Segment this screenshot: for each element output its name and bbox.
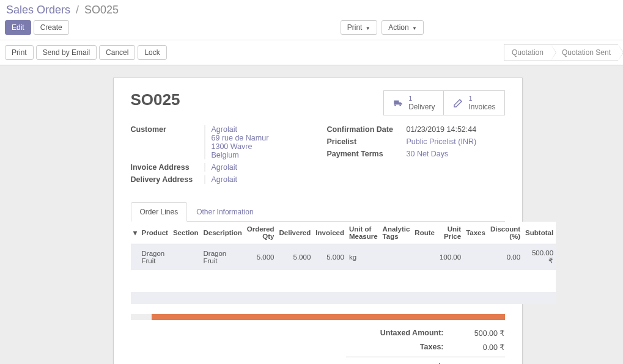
totals-divider <box>346 357 505 357</box>
pricelist-label: Pricelist <box>327 137 400 146</box>
confirmation-date-value: 01/23/2019 14:52:44 <box>400 125 505 134</box>
col-product[interactable]: Product <box>139 222 171 244</box>
breadcrumb-current: SO025 <box>84 4 119 16</box>
invoice-address-label: Invoice Address <box>131 163 204 172</box>
delivery-stat-button[interactable]: 1 Delivery <box>384 91 443 115</box>
col-discount[interactable]: Discount (%) <box>488 222 523 244</box>
col-unit-price[interactable]: Unit Price <box>437 222 463 244</box>
sheet-head: SO025 1 Delivery 1 Invoices <box>131 90 505 115</box>
form-sheet: SO025 1 Delivery 1 Invoices <box>113 78 523 364</box>
caret-icon: ▼ <box>412 26 417 31</box>
action-menu-label: Action <box>388 23 408 32</box>
customer-link[interactable]: Agrolait <box>212 125 237 134</box>
main-area: SO025 1 Delivery 1 Invoices <box>0 65 623 364</box>
send-email-button[interactable]: Send by Email <box>36 45 97 60</box>
customer-value: Agrolait 69 rue de Namur 1300 Wavre Belg… <box>204 125 309 159</box>
status-step-quotation[interactable]: Quotation <box>504 44 551 61</box>
tabs: Order Lines Other Information <box>131 202 505 222</box>
cell-product: Dragon Fruit <box>139 244 171 271</box>
col-description[interactable]: Description <box>201 222 245 244</box>
create-button[interactable]: Create <box>34 20 69 35</box>
action-menu-button[interactable]: Action ▼ <box>382 20 424 35</box>
customer-addr3: Belgium <box>212 151 239 159</box>
cell-delivered: 5.000 <box>277 244 314 271</box>
edit-button[interactable]: Edit <box>5 20 31 35</box>
payment-terms-label: Payment Terms <box>327 150 400 158</box>
taxes-label: Taxes: <box>346 343 444 352</box>
confirmation-date-label: Confirmation Date <box>327 125 400 134</box>
cell-analytic-tags <box>380 244 413 271</box>
caret-icon: ▼ <box>366 26 370 31</box>
col-analytic-tags[interactable]: Analytic Tags <box>380 222 413 244</box>
breadcrumb-separator: / <box>73 4 81 16</box>
lock-button[interactable]: Lock <box>138 45 166 60</box>
status-step-quotation-sent[interactable]: Quotation Sent <box>551 44 618 61</box>
invoices-label: Invoices <box>468 103 495 111</box>
cell-taxes <box>463 244 488 271</box>
table-row[interactable]: Dragon Fruit Dragon Fruit 5.000 5.000 5.… <box>131 244 556 271</box>
top-bar: Sales Orders / SO025 Edit Create Print ▼… <box>0 0 623 40</box>
print-menu-label: Print <box>347 23 363 32</box>
field-columns: Customer Agrolait 69 rue de Namur 1300 W… <box>131 125 505 187</box>
col-invoiced[interactable]: Invoiced <box>313 222 347 244</box>
totals-block: Untaxed Amount: 500.00 ₹ Taxes: 0.00 ₹ T… <box>131 326 505 364</box>
band-row <box>131 292 556 304</box>
delivery-address-label: Delivery Address <box>131 175 204 184</box>
cell-ordered-qty: 5.000 <box>245 244 277 271</box>
print-button[interactable]: Print <box>5 45 34 60</box>
cell-unit-price: 100.00 <box>437 244 463 271</box>
cell-description: Dragon Fruit <box>201 244 245 271</box>
col-ordered-qty[interactable]: Ordered Qty <box>245 222 277 244</box>
table-header-row: ▾ Product Section Description Ordered Qt… <box>131 222 556 244</box>
delivery-label: Delivery <box>408 103 435 111</box>
col-taxes[interactable]: Taxes <box>463 222 488 244</box>
cell-invoiced: 5.000 <box>313 244 347 271</box>
order-lines-table: ▾ Product Section Description Ordered Qt… <box>131 222 556 304</box>
spacer-row <box>131 270 556 292</box>
print-menu-button[interactable]: Print ▼ <box>341 20 377 35</box>
invoice-address-link[interactable]: Agrolait <box>212 163 237 172</box>
delivery-address-link[interactable]: Agrolait <box>212 175 237 184</box>
order-name: SO025 <box>131 90 180 109</box>
taxes-value: 0.00 ₹ <box>444 343 505 352</box>
truck-icon <box>393 98 404 109</box>
customer-label: Customer <box>131 125 204 159</box>
toolbar-row: Edit Create Print ▼ Action ▼ <box>5 20 618 35</box>
stat-boxes: 1 Delivery 1 Invoices <box>383 90 504 115</box>
invoices-stat-button[interactable]: 1 Invoices <box>443 91 504 115</box>
left-column: Customer Agrolait 69 rue de Namur 1300 W… <box>131 125 309 187</box>
tab-other-information[interactable]: Other Information <box>187 202 262 222</box>
pricelist-link[interactable]: Public Pricelist (INR) <box>407 137 477 146</box>
customer-addr2: 1300 Wavre <box>212 142 253 151</box>
cancel-button[interactable]: Cancel <box>99 45 135 60</box>
breadcrumb-parent[interactable]: Sales Orders <box>6 4 70 16</box>
center-buttons: Print ▼ Action ▼ <box>341 20 426 35</box>
collapse-toggle-icon[interactable]: ▾ <box>131 222 139 244</box>
breadcrumb: Sales Orders / SO025 <box>5 2 618 20</box>
cell-section <box>171 244 201 271</box>
cell-route <box>412 244 437 271</box>
payment-terms-link[interactable]: 30 Net Days <box>407 150 449 158</box>
cell-discount: 0.00 <box>488 244 523 271</box>
col-subtotal[interactable]: Subtotal <box>523 222 556 244</box>
col-delivered[interactable]: Delivered <box>277 222 314 244</box>
untaxed-label: Untaxed Amount: <box>346 329 444 338</box>
customer-addr1: 69 rue de Namur <box>212 134 269 142</box>
delivery-count: 1 <box>408 95 435 102</box>
col-section[interactable]: Section <box>171 222 201 244</box>
invoices-count: 1 <box>468 95 495 102</box>
cell-subtotal: 500.00 ₹ <box>523 244 556 271</box>
tab-order-lines[interactable]: Order Lines <box>131 202 188 222</box>
cell-uom: kg <box>347 244 380 271</box>
second-bar: Print Send by Email Cancel Lock Quotatio… <box>0 40 623 65</box>
progress-bar <box>131 314 505 320</box>
status-steps: Quotation Quotation Sent <box>504 44 618 61</box>
untaxed-value: 500.00 ₹ <box>444 329 505 338</box>
col-uom[interactable]: Unit of Measure <box>347 222 380 244</box>
pencil-icon <box>452 98 463 109</box>
col-route[interactable]: Route <box>412 222 437 244</box>
right-column: Confirmation Date 01/23/2019 14:52:44 Pr… <box>327 125 505 187</box>
